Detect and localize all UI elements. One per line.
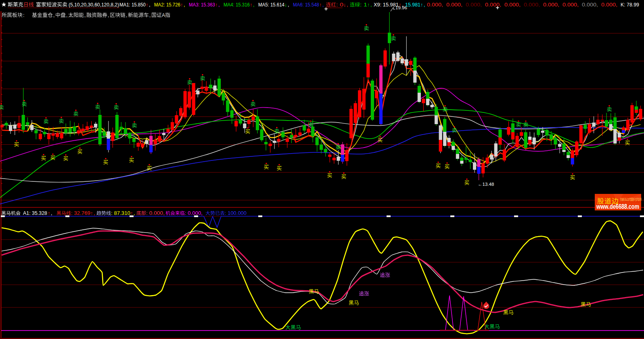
svg-text:: 0.000,: : 0.000, [185,210,203,216]
svg-text:(5,10,20,30,60,120,8,2): (5,10,20,30,60,120,8,2) [69,2,119,8]
svg-text:MA5: 15.614: MA5: 15.614 [258,2,284,8]
svg-text:,: , [94,210,95,216]
svg-text:MA4: 15.316: MA4: 15.316 [224,2,250,8]
svg-text:,: , [66,12,67,18]
svg-text:↑: ↑ [130,210,133,216]
svg-text:↑: ↑ [399,2,401,8]
svg-text:,: , [370,2,372,8]
svg-text:: 32.769: : 32.769 [71,210,90,216]
svg-text:,: , [347,2,348,8]
svg-text:,: , [322,2,324,8]
svg-text::: : [23,12,25,18]
svg-text:A: A [162,12,165,18]
svg-text:,: , [149,2,151,8]
svg-text:MA6: 15.548: MA6: 15.548 [293,2,319,8]
svg-text:0.000,: 0.000, [582,2,598,8]
svg-text:,: , [134,210,135,216]
svg-text:,: , [218,2,220,8]
svg-text:K: 78.99: K: 78.99 [621,2,639,8]
svg-text:0.000,: 0.000, [466,2,482,8]
svg-text:↑: ↑ [180,2,183,8]
svg-text:,: , [424,2,425,8]
svg-text:0.000,: 0.000, [504,2,521,8]
svg-text:,: , [108,12,109,18]
svg-text:,: , [288,2,289,8]
svg-text:0.000,: 0.000, [543,2,559,8]
svg-text:MA1: 15.850: MA1: 15.850 [119,2,146,8]
svg-text:0.000,: 0.000, [427,2,443,8]
svg-text:: 1: : 1 [360,2,367,8]
svg-text:: 87.310: : 87.310 [111,210,130,216]
svg-text:0.000,: 0.000, [485,2,501,8]
svg-text:: 100.000: : 100.000 [225,210,247,216]
svg-text:↑: ↑ [420,2,423,8]
svg-text:0.000,: 0.000, [524,2,540,8]
svg-text:,: , [126,12,127,18]
svg-text:,: , [84,12,86,18]
svg-text:MA3: 15.363: MA3: 15.363 [189,2,215,8]
svg-text:www.de6688.com: www.de6688.com [596,203,639,210]
svg-text:,: , [253,2,255,8]
svg-text:15.981: 15.981 [405,2,420,8]
svg-text:A1: 35.328: A1: 35.328 [23,210,47,216]
svg-text:,: , [53,12,54,18]
svg-text:: 0.000,: : 0.000, [146,210,165,216]
svg-text:↑: ↑ [90,210,93,216]
svg-text:,: , [149,12,151,18]
svg-text:MA2: 15.726: MA2: 15.726 [154,2,180,8]
svg-text:↓: ↓ [284,2,287,8]
svg-text:↑: ↑ [146,2,148,8]
svg-text:0.000,: 0.000, [446,2,462,8]
svg-text:0.000,: 0.000, [562,2,579,8]
svg-text:↑: ↑ [319,2,322,8]
svg-text:X9: 15.981: X9: 15.981 [374,2,399,8]
svg-text:↑: ↑ [48,210,50,216]
svg-text:↑: ↑ [367,2,370,8]
svg-text:,: , [184,2,185,8]
svg-text:↓: ↓ [343,2,346,8]
svg-text:0.000,: 0.000, [601,2,617,8]
svg-text:↑: ↑ [250,2,253,8]
svg-text:: 0: : 0 [336,2,343,8]
svg-text:←13.48: ←13.48 [478,182,494,187]
svg-text:,: , [402,2,404,8]
svg-text:↑: ↑ [215,2,218,8]
svg-text:,: , [51,210,52,216]
